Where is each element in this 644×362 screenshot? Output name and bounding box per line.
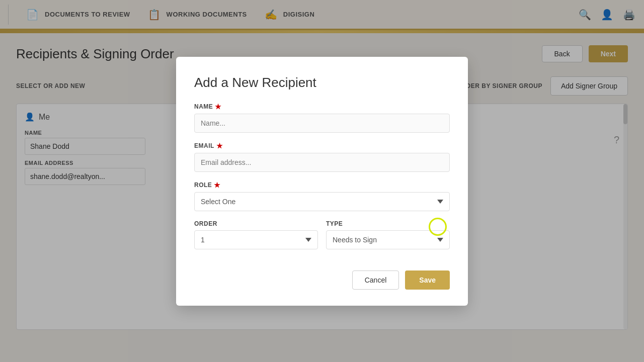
modal-actions: Cancel Save [194, 270, 450, 290]
modal-name-group: NAME ★ [194, 103, 450, 133]
modal-order-select[interactable]: 1 2 3 [194, 230, 318, 249]
modal-order-label: ORDER [194, 220, 318, 227]
modal-overlay: Add a New Recipient NAME ★ EMAIL ★ ROLE … [0, 0, 644, 362]
name-required-star: ★ [215, 103, 222, 111]
modal-type-label: TYPE [326, 220, 450, 227]
email-required-star: ★ [216, 142, 223, 150]
modal-type-select[interactable]: Needs to Sign Receives a Copy In Person … [326, 230, 450, 249]
save-button[interactable]: Save [405, 270, 450, 290]
modal-title: Add a New Recipient [194, 75, 450, 90]
add-recipient-modal: Add a New Recipient NAME ★ EMAIL ★ ROLE … [176, 57, 468, 306]
modal-name-label: NAME ★ [194, 103, 450, 111]
modal-name-input[interactable] [194, 114, 450, 133]
modal-email-label: EMAIL ★ [194, 142, 450, 150]
modal-role-label: ROLE ★ [194, 181, 450, 189]
modal-email-group: EMAIL ★ [194, 142, 450, 172]
modal-role-select[interactable]: Select One Buyer Seller Agent Other [194, 192, 450, 211]
role-required-star: ★ [214, 181, 221, 189]
modal-role-group: ROLE ★ Select One Buyer Seller Agent Oth… [194, 181, 450, 211]
order-type-row: ORDER 1 2 3 TYPE Needs to Sign Receives … [194, 220, 450, 258]
cancel-button[interactable]: Cancel [352, 270, 399, 290]
modal-email-input[interactable] [194, 153, 450, 172]
modal-type-group: TYPE Needs to Sign Receives a Copy In Pe… [326, 220, 450, 249]
modal-order-group: ORDER 1 2 3 [194, 220, 318, 249]
